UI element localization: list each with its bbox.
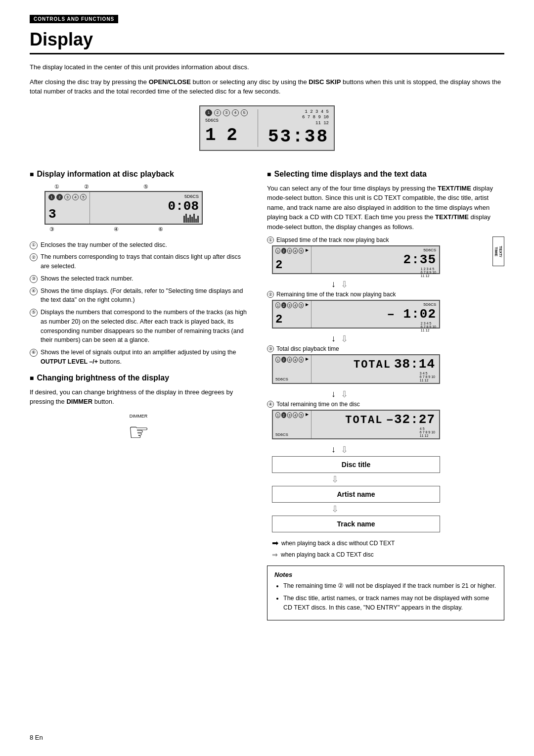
page-title: Display bbox=[30, 29, 504, 54]
notes-box: Notes The remaining time ② will not be d… bbox=[267, 566, 504, 620]
hand-icon: ☞ bbox=[30, 421, 247, 444]
display-diagram: ① ② ⑤ 1 2 3 4 5 3 bbox=[44, 184, 247, 233]
notes-list: The remaining time ② will not be display… bbox=[274, 581, 497, 612]
diagram-time: 0:08 bbox=[168, 199, 199, 214]
brightness-text: If desired, you can change brightness of… bbox=[30, 387, 247, 407]
time-display-intro: You can select any of the four time disp… bbox=[267, 184, 504, 232]
flow-arrow-2: ↓ ⇩ bbox=[267, 333, 504, 344]
display-3-lcd: 1 2 3 4 5 ▶ 5D6CS TOTAL bbox=[272, 354, 440, 384]
disc-title-display: Disc title bbox=[272, 456, 440, 473]
flow-arrow-4: ↓ ⇩ bbox=[267, 444, 504, 455]
flow-arrow-6: ⇩ bbox=[267, 504, 504, 515]
page-number: 8 En bbox=[30, 734, 43, 741]
disc-4-indicator: 4 bbox=[232, 109, 239, 116]
diagram-lcd: 1 2 3 4 5 3 5D6CS 0:08 bbox=[44, 191, 203, 225]
display-4-time: –32:27 bbox=[386, 412, 435, 427]
display-step-2: ② Remaining time of the track now playin… bbox=[267, 291, 504, 329]
numbered-list: ① Encloses the tray number of the select… bbox=[30, 240, 247, 367]
right-column: Selecting time displays and the text dat… bbox=[267, 163, 504, 621]
callout-6-label: ⑥ bbox=[158, 226, 163, 233]
display-1-time: 2:35 bbox=[403, 252, 436, 267]
display-3-time: 38:14 bbox=[394, 357, 435, 372]
intro-p2: After closing the disc tray by pressing … bbox=[30, 77, 504, 96]
open-close-bold: OPEN/CLOSE bbox=[149, 78, 191, 86]
display-step-4: ④ Total remaining time on the disc 1 2 3… bbox=[267, 401, 504, 439]
display-3-total-label: TOTAL bbox=[354, 359, 391, 371]
display-4-total-label: TOTAL bbox=[345, 414, 383, 426]
disc-2-indicator: 2 bbox=[214, 109, 221, 116]
diagram-track-num: 3 bbox=[48, 207, 87, 222]
callout-1-label: ① bbox=[54, 184, 59, 190]
dimmer-label: DIMMER bbox=[30, 414, 247, 419]
overview-time: 53:38 bbox=[268, 127, 329, 147]
display-2-track: 2 bbox=[275, 313, 309, 326]
display-2-time: – 1:02 bbox=[387, 307, 436, 322]
diagram-5d: 5D6CS bbox=[184, 194, 199, 199]
display-2-lcd: 1 2 3 4 5 ▶ 2 5D6CS – 1:02 bbox=[272, 300, 440, 329]
artist-name-display: Artist name bbox=[272, 486, 440, 503]
list-item-1: ① Encloses the tray number of the select… bbox=[30, 240, 247, 250]
section-disc-playback-title: Display information at disc playback bbox=[30, 170, 247, 179]
flow-arrow-5: ⇩ bbox=[267, 474, 504, 485]
callout-4-label: ④ bbox=[114, 226, 119, 233]
disc-3-indicator: 3 bbox=[223, 109, 230, 116]
display-step-3: ③ Total disc playback time 1 2 3 4 5 ▶ bbox=[267, 345, 504, 384]
display-4-lcd: 1 2 3 4 5 ▶ 5D6CS TOTAL bbox=[272, 410, 440, 439]
overview-5d-label: 5D6CS bbox=[205, 118, 248, 123]
texttime-bold-2: TEXT/TIME bbox=[435, 213, 469, 221]
overview-track: 1 2 bbox=[205, 125, 248, 145]
section-brightness-title: Changing brightness of the display bbox=[30, 374, 247, 382]
text-time-button[interactable]: TEXT/TIME bbox=[492, 236, 504, 266]
left-column: Display information at disc playback ① ②… bbox=[30, 163, 247, 621]
display-1-lcd: 1 2 3 4 5 ▶ 2 5D6CS 2:35 bbox=[272, 245, 440, 274]
callout-5-label: ⑤ bbox=[143, 184, 148, 190]
note-item-1: The remaining time ② will not be display… bbox=[283, 581, 497, 591]
list-item-6: ⑥ Shows the level of signals output into… bbox=[30, 348, 247, 367]
intro-p1: The display located in the center of thi… bbox=[30, 62, 504, 72]
callout-3-label: ③ bbox=[49, 226, 54, 233]
arrow-legend-hollow: ⇒ when playing back a CD TEXT disc bbox=[272, 551, 504, 559]
output-level-bold: OUTPUT LEVEL –/+ bbox=[41, 358, 98, 365]
disc-5-indicator: 5 bbox=[241, 109, 248, 116]
list-item-3: ③ Shows the selected track number. bbox=[30, 274, 247, 284]
display-1-track: 2 bbox=[275, 258, 309, 272]
display-step-1: ① Elapsed time of the track now playing … bbox=[267, 236, 504, 274]
texttime-bold-1: TEXT/TIME bbox=[438, 185, 471, 192]
arrow-legend-solid: ➡ when playing back a disc without CD TE… bbox=[272, 538, 504, 548]
callout-2-label: ② bbox=[84, 184, 89, 190]
overview-track-indicator: 1 2 3 4 56 7 8 9 1011 12 bbox=[302, 109, 329, 127]
dimmer-illustration: DIMMER ☞ bbox=[30, 414, 247, 444]
list-item-2: ② The numbers corresponding to trays tha… bbox=[30, 252, 247, 271]
section-label: CONTROLS AND FUNCTIONS bbox=[30, 15, 118, 23]
track-name-display: Track name bbox=[272, 516, 440, 532]
overview-display: 1 2 3 4 5 5D6CS 1 2 1 2 3 4 56 7 8 9 101… bbox=[199, 105, 335, 151]
disc-skip-bold: DISC SKIP bbox=[309, 78, 341, 86]
section-time-display-title: Selecting time displays and the text dat… bbox=[267, 170, 504, 179]
hollow-arrow-icon: ⇒ bbox=[272, 551, 278, 559]
disc-1-indicator: 1 bbox=[205, 109, 212, 116]
page: CONTROLS AND FUNCTIONS Display The displ… bbox=[0, 0, 534, 756]
flow-arrow-3: ↓ ⇩ bbox=[267, 389, 504, 400]
note-item-2: The disc title, artist names, or track n… bbox=[283, 594, 497, 613]
notes-title: Notes bbox=[274, 571, 497, 578]
list-item-4: ④ Shows the time displays. (For details,… bbox=[30, 286, 247, 305]
list-item-5: ⑤ Displays the numbers that correspond t… bbox=[30, 308, 247, 345]
dimmer-bold: DIMMER bbox=[66, 398, 92, 405]
flow-arrow-1: ↓ ⇩ bbox=[267, 279, 504, 290]
solid-arrow-icon: ➡ bbox=[272, 538, 278, 548]
